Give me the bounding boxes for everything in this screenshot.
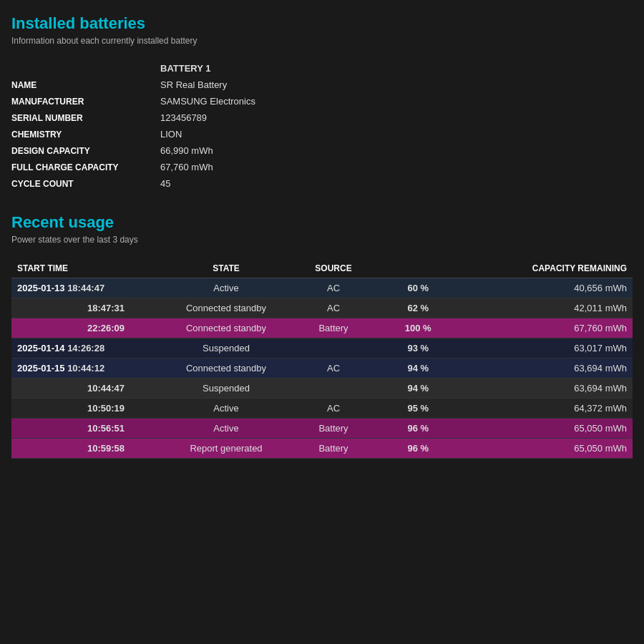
- col-source: SOURCE: [298, 259, 369, 278]
- battery-field-row: FULL CHARGE CAPACITY 67,760 mWh: [11, 159, 633, 175]
- recent-usage-section: Recent usage Power states over the last …: [11, 213, 633, 459]
- state-cell: Active: [155, 399, 298, 419]
- col-state: STATE: [155, 259, 298, 278]
- time-part: 18:47:31: [87, 303, 125, 313]
- usage-table: START TIME STATE SOURCE CAPACITY REMAINI…: [11, 259, 633, 459]
- date-part: 2025-01-15: [17, 363, 65, 374]
- battery-field-label: DESIGN CAPACITY: [11, 142, 155, 159]
- source-cell: Battery: [298, 439, 369, 459]
- battery-column-header: BATTERY 1: [155, 60, 633, 77]
- percent-cell: 60 %: [369, 278, 467, 298]
- battery-field-value: 45: [155, 175, 633, 192]
- installed-batteries-title: Installed batteries: [11, 14, 633, 33]
- time-part: 10:56:51: [87, 423, 125, 434]
- battery-field-value: SAMSUNG Electronics: [155, 93, 633, 109]
- col-start-time: START TIME: [11, 259, 155, 278]
- source-cell: AC: [298, 298, 369, 318]
- time-part: 10:59:58: [87, 443, 125, 454]
- start-time-cell: 10:44:47: [11, 379, 155, 399]
- start-time-cell: 2025-01-14 14:26:28: [11, 338, 155, 358]
- col-capacity: CAPACITY REMAINING: [369, 259, 633, 278]
- capacity-cell: 67,760 mWh: [467, 318, 633, 338]
- usage-table-header-row: START TIME STATE SOURCE CAPACITY REMAINI…: [11, 259, 633, 278]
- battery-field-value: SR Real Battery: [155, 77, 633, 93]
- percent-cell: 93 %: [369, 338, 467, 358]
- recent-usage-title: Recent usage: [11, 213, 633, 232]
- start-time-cell: 10:56:51: [11, 419, 155, 439]
- start-time-cell: 10:59:58: [11, 439, 155, 459]
- state-cell: Connected standby: [155, 318, 298, 338]
- usage-table-row: 18:47:31 Connected standby AC 62 % 42,01…: [11, 298, 633, 318]
- time-part: 10:44:12: [67, 363, 104, 374]
- start-time-cell: 2025-01-13 18:44:47: [11, 278, 155, 298]
- battery-field-value: 66,990 mWh: [155, 142, 633, 159]
- state-cell: Active: [155, 278, 298, 298]
- percent-cell: 96 %: [369, 439, 467, 459]
- battery-field-row: DESIGN CAPACITY 66,990 mWh: [11, 142, 633, 159]
- battery-field-label: NAME: [11, 77, 155, 93]
- start-time-cell: 22:26:09: [11, 318, 155, 338]
- source-cell: [298, 338, 369, 358]
- battery-label-col: [11, 60, 155, 77]
- battery-field-label: SERIAL NUMBER: [11, 109, 155, 126]
- state-cell: Active: [155, 419, 298, 439]
- usage-table-row: 10:56:51 Active Battery 96 % 65,050 mWh: [11, 419, 633, 439]
- capacity-cell: 42,011 mWh: [467, 298, 633, 318]
- percent-cell: 95 %: [369, 399, 467, 419]
- time-part: 14:26:28: [67, 343, 104, 353]
- battery-field-value: 123456789: [155, 109, 633, 126]
- time-part: 22:26:09: [87, 323, 125, 333]
- percent-cell: 94 %: [369, 379, 467, 399]
- state-cell: Suspended: [155, 338, 298, 358]
- source-cell: AC: [298, 358, 369, 379]
- state-cell: Connected standby: [155, 298, 298, 318]
- state-cell: Connected standby: [155, 358, 298, 379]
- usage-table-row: 22:26:09 Connected standby Battery 100 %…: [11, 318, 633, 338]
- capacity-cell: 63,694 mWh: [467, 358, 633, 379]
- capacity-cell: 63,017 mWh: [467, 338, 633, 358]
- battery-field-label: CYCLE COUNT: [11, 175, 155, 192]
- start-time-cell: 10:50:19: [11, 399, 155, 419]
- percent-cell: 94 %: [369, 358, 467, 379]
- source-cell: AC: [298, 399, 369, 419]
- state-cell: Suspended: [155, 379, 298, 399]
- battery-info-table: BATTERY 1 NAME SR Real Battery MANUFACTU…: [11, 60, 633, 192]
- source-cell: Battery: [298, 318, 369, 338]
- capacity-cell: 63,694 mWh: [467, 379, 633, 399]
- time-part: 10:44:47: [87, 383, 125, 394]
- capacity-cell: 65,050 mWh: [467, 419, 633, 439]
- state-cell: Report generated: [155, 439, 298, 459]
- percent-cell: 62 %: [369, 298, 467, 318]
- capacity-cell: 64,372 mWh: [467, 399, 633, 419]
- usage-table-row: 10:59:58 Report generated Battery 96 % 6…: [11, 439, 633, 459]
- battery-field-value: 67,760 mWh: [155, 159, 633, 175]
- capacity-cell: 40,656 mWh: [467, 278, 633, 298]
- usage-table-row: 2025-01-15 10:44:12 Connected standby AC…: [11, 358, 633, 379]
- start-time-cell: 18:47:31: [11, 298, 155, 318]
- source-cell: Battery: [298, 419, 369, 439]
- installed-batteries-subtitle: Information about each currently install…: [11, 36, 633, 46]
- capacity-cell: 65,050 mWh: [467, 439, 633, 459]
- usage-table-row: 10:50:19 Active AC 95 % 64,372 mWh: [11, 399, 633, 419]
- start-time-cell: 2025-01-15 10:44:12: [11, 358, 155, 379]
- usage-table-row: 2025-01-13 18:44:47 Active AC 60 % 40,65…: [11, 278, 633, 298]
- usage-table-row: 10:44:47 Suspended 94 % 63,694 mWh: [11, 379, 633, 399]
- source-cell: [298, 379, 369, 399]
- installed-batteries-section: Installed batteries Information about ea…: [11, 14, 633, 192]
- source-cell: AC: [298, 278, 369, 298]
- battery-field-value: LION: [155, 126, 633, 142]
- battery-field-row: NAME SR Real Battery: [11, 77, 633, 93]
- percent-cell: 100 %: [369, 318, 467, 338]
- battery-field-label: CHEMISTRY: [11, 126, 155, 142]
- battery-field-label: MANUFACTURER: [11, 93, 155, 109]
- battery-field-row: MANUFACTURER SAMSUNG Electronics: [11, 93, 633, 109]
- time-part: 10:50:19: [87, 403, 125, 414]
- battery-field-row: CYCLE COUNT 45: [11, 175, 633, 192]
- usage-table-row: 2025-01-14 14:26:28 Suspended 93 % 63,01…: [11, 338, 633, 358]
- battery-field-row: SERIAL NUMBER 123456789: [11, 109, 633, 126]
- recent-usage-subtitle: Power states over the last 3 days: [11, 235, 633, 245]
- date-part: 2025-01-13: [17, 283, 65, 293]
- battery-field-row: CHEMISTRY LION: [11, 126, 633, 142]
- percent-cell: 96 %: [369, 419, 467, 439]
- date-part: 2025-01-14: [17, 343, 65, 353]
